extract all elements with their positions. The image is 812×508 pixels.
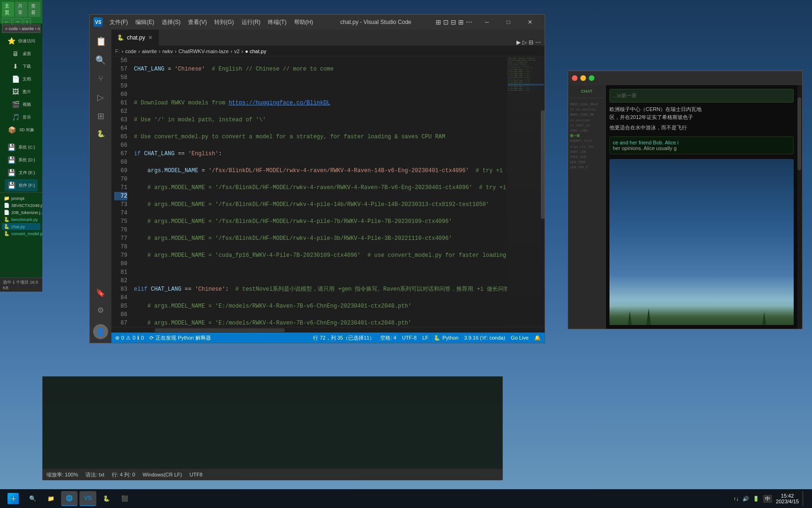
code-minimap[interactable]: CHAT_LANG = 'Chinese' # English... # Dow… <box>507 56 545 327</box>
interpreter-status[interactable]: 3.9.16 ('rl': conda) <box>464 335 505 341</box>
chat-scrollbar-thumb[interactable] <box>797 97 801 170</box>
activity-git-icon[interactable]: ⑂ <box>95 71 106 87</box>
minimap-scrollbar[interactable] <box>541 111 545 219</box>
note-encoding[interactable]: UTF8 <box>189 472 203 477</box>
menu-file[interactable]: 文件(F) <box>107 17 131 27</box>
breadcrumb: F: › code › aiwrite › rwkv › ChatRWKV-ma… <box>111 46 545 56</box>
chat-close-button[interactable] <box>572 75 578 81</box>
tab-home[interactable]: 主页 <box>2 2 14 17</box>
note-zoom[interactable]: 缩放率: 100% <box>47 471 78 478</box>
tab-close-icon[interactable]: ✕ <box>148 34 153 41</box>
menu-run[interactable]: 运行(R) <box>239 17 264 27</box>
menu-terminal[interactable]: 终端(T) <box>265 17 289 27</box>
split-button[interactable]: ⊟ <box>529 39 533 46</box>
nav-drive-e[interactable]: 💾 文件 (E:) <box>5 167 38 179</box>
documents-icon: 📄 <box>11 75 20 83</box>
tab-chat-py[interactable]: 🐍 chat.py ✕ <box>111 30 159 46</box>
activity-settings-icon[interactable]: ⚙ <box>94 303 107 318</box>
notification-bell-icon[interactable]: 🔔 <box>534 335 541 341</box>
nav-desktop[interactable]: 🖥 桌面 <box>8 48 34 60</box>
nav-drive-c[interactable]: 💾 系统 (C:) <box>4 141 38 153</box>
nav-downloads[interactable]: ⬇ 下载 <box>8 60 34 72</box>
nav-video[interactable]: 🎬 视频 <box>8 98 34 111</box>
nav-documents[interactable]: 📄 文档 <box>8 73 34 85</box>
taskbar-search[interactable]: 🔍 <box>24 491 41 506</box>
battery-icon[interactable]: 🔋 <box>753 496 759 502</box>
activity-bookmark-icon[interactable]: 🔖 <box>93 286 108 300</box>
taskbar-terminal[interactable]: ⬛ <box>117 491 133 506</box>
note-line-ending[interactable]: Windows(CR LF) <box>143 472 182 477</box>
main-editor-area: 🐍 chat.py ✕ ▶ ▷ ⊟ ⋯ F: › code › aiwrite <box>111 30 545 343</box>
taskbar-clock[interactable]: 15:42 2023/4/15 <box>776 493 799 504</box>
run-button[interactable]: ▶ <box>516 39 521 46</box>
nav-3d[interactable]: 📦 3D 对象 <box>5 124 37 136</box>
vscode-title: chat.py - Visual Studio Code <box>320 19 432 25</box>
network-icon[interactable]: ↑↓ <box>734 496 739 501</box>
layout-icon-2[interactable]: ⊡ <box>443 18 449 26</box>
chat-maximize-button[interactable] <box>589 75 594 81</box>
line-ending-status[interactable]: LF <box>422 335 429 341</box>
tab-share[interactable]: 共享 <box>15 2 27 17</box>
layout-icon-4[interactable]: ⊞ <box>458 18 464 26</box>
file-3bv6ctx[interactable]: 📄 3BV6CTX2048.p... <box>2 202 40 209</box>
nav-pictures[interactable]: 🖼 图片 <box>8 86 34 98</box>
menu-view[interactable]: 查看(V) <box>185 17 210 27</box>
live-server-status[interactable]: Go Live <box>511 335 529 341</box>
layout-icon-5[interactable]: ⋯ <box>466 18 472 26</box>
horizontal-scrollbar[interactable] <box>111 327 545 333</box>
encoding-status[interactable]: UTF-8 <box>402 335 416 341</box>
file-prompt-folder[interactable]: 📁 prompt <box>2 195 40 202</box>
file-tokenizer[interactable]: 📄 20B_tokenizer.j... <box>2 209 40 216</box>
menu-edit[interactable]: 编辑(E) <box>133 17 157 27</box>
taskbar-explorer-app[interactable]: 📁 <box>43 491 59 506</box>
minimize-button[interactable]: ─ <box>476 15 498 30</box>
more-options-button[interactable]: ⋯ <box>535 39 541 46</box>
indentation-status[interactable]: 空格: 4 <box>380 334 396 341</box>
windows-icon-grid <box>11 496 16 501</box>
show-desktop-button[interactable] <box>803 491 804 506</box>
chat-window-buttons <box>572 75 594 81</box>
start-button[interactable] <box>4 491 23 506</box>
menu-goto[interactable]: 转到(G) <box>211 17 236 27</box>
taskbar-vscode-app[interactable]: VS <box>79 491 96 506</box>
ime-indicator[interactable]: 中 <box>763 495 772 503</box>
chat-minimize-button[interactable] <box>580 75 586 81</box>
volume-icon[interactable]: 🔊 <box>742 496 749 502</box>
activity-search-icon[interactable]: 🔍 <box>93 52 109 68</box>
nav-drive-f[interactable]: 💾 软件 (F:) <box>5 179 38 191</box>
taskbar-python-app[interactable]: 🐍 <box>98 491 115 506</box>
file-benchmark[interactable]: 🐍 benchmark.py <box>2 216 40 223</box>
note-cursor: 行: 4 列: 0 <box>112 471 135 478</box>
activity-explorer-icon[interactable]: 📋 <box>92 33 109 49</box>
chat-scrollbar[interactable] <box>797 85 802 329</box>
cursor-position[interactable]: 行 72，列 35（已选择11） <box>313 334 375 341</box>
maximize-button[interactable]: □ <box>498 15 519 30</box>
layout-icon-3[interactable]: ⊟ <box>451 18 456 26</box>
file-chat-py[interactable]: 🐍 chat.py <box>2 223 40 230</box>
scrollbar-thumb[interactable] <box>155 328 285 332</box>
nav-drive-d[interactable]: 💾 系统 (D:) <box>4 154 38 166</box>
menu-select[interactable]: 选择(S) <box>159 17 183 27</box>
close-button[interactable]: ✕ <box>519 15 541 30</box>
note-content[interactable] <box>43 377 502 469</box>
activity-debug-icon[interactable]: ▷ <box>94 89 107 105</box>
nav-quick-access[interactable]: ⭐ 快速访问 <box>4 35 38 47</box>
chat-left-panel: CHAT RWKV_CUDA_ON=0 if os.environ RWKV_C… <box>568 85 606 329</box>
file-convert-model[interactable]: 🐍 convert_model.p... <box>2 230 40 237</box>
tab-view[interactable]: 查看 <box>28 2 40 17</box>
error-count[interactable]: ⊗ 0 ⚠ 0 ℹ 0 <box>115 335 144 341</box>
code-editor[interactable]: 56 57 58 59 60 61 62 63 64 65 66 67 68 6… <box>111 56 545 327</box>
activity-python-icon[interactable]: 🐍 <box>94 127 108 140</box>
avatar[interactable]: 👤 <box>93 324 108 339</box>
nav-music[interactable]: 🎵 音乐 <box>8 111 34 123</box>
address-bar[interactable]: « code › aiwrite › rwkv <box>2 24 40 33</box>
taskbar-edge[interactable]: 🌐 <box>61 491 78 506</box>
code-lines[interactable]: CHAT_LANG = 'Chinese' # English // Chine… <box>130 56 507 327</box>
activity-extensions-icon[interactable]: ⊞ <box>94 108 107 124</box>
run-debug-button[interactable]: ▷ <box>523 39 527 46</box>
language-status[interactable]: 🐍 Python <box>434 335 458 341</box>
menu-help[interactable]: 帮助(H) <box>291 17 316 27</box>
layout-icon-1[interactable]: ⊞ <box>436 18 441 26</box>
note-language[interactable]: 语法: txt <box>86 471 104 478</box>
drive-f-icon: 💾 <box>8 182 16 189</box>
